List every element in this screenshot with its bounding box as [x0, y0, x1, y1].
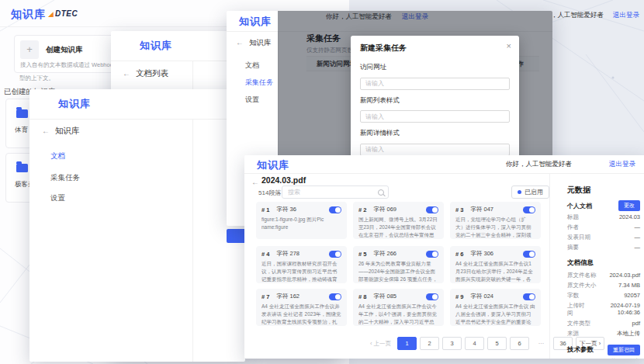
pagination-page[interactable]: 2	[420, 337, 439, 350]
filter-enabled-button[interactable]: 已启用	[511, 185, 549, 199]
field-input-list-style[interactable]	[360, 110, 510, 123]
window-doc-detail: 知识库 你好，人工智能爱好者 退出登录 ← 2024.03.pdf 514段落 …	[244, 155, 644, 359]
primary-button-partial[interactable]	[227, 229, 245, 243]
meta-value: —	[635, 244, 641, 251]
chunk-toggle[interactable]	[523, 251, 535, 258]
chunk-toggle[interactable]	[426, 251, 438, 258]
chunk-toggle[interactable]	[426, 293, 438, 300]
chunk-toggle[interactable]	[329, 293, 341, 300]
pagination-page[interactable]: 1	[397, 337, 417, 350]
docinfo-heading: 文档信息	[567, 258, 640, 268]
chunk-text: A4 全社龙江省全面振兴工作会议1月23日在哈尔滨举行，2024年是全面振兴实现…	[455, 260, 535, 282]
chunk-text: A4 全社龙江省全面振兴工作会议 由八届全会强调，要深入学习贯彻习近平总书记关于…	[455, 303, 535, 324]
meta-row: 字数92057	[567, 292, 640, 300]
meta-row: 原文件名称2024.03.pdf	[567, 272, 640, 279]
chunk-card[interactable]: # 8字符 085 A4 全社龙江省全面振兴工作会议今年工作，以4个强调，要全面…	[353, 289, 444, 326]
chunk-chars: 字符 069	[373, 206, 396, 213]
sidebar-item-collect[interactable]: 采集任务	[245, 78, 273, 88]
chunk-text: 国上新闻网、微博号上线。3月22日至23日，2024年全国宣传部长会议在北京召开…	[358, 216, 438, 237]
meta-row: 作者—	[567, 224, 640, 231]
filter-label: 已启用	[525, 188, 543, 196]
meta-label: 原文件大小	[567, 282, 597, 289]
meta-value: —	[635, 224, 641, 231]
field-label-detail-style: 新闻详情样式	[360, 129, 510, 138]
collect-back[interactable]: ←知识库	[236, 34, 272, 48]
chunk-toggle[interactable]	[523, 206, 535, 213]
collect-back-label: 知识库	[249, 38, 272, 47]
chunk-card[interactable]: # 4字符 278 近日，国家课程教材研究所召开会议，认真学习宣传贯彻习近平总书…	[256, 246, 347, 283]
recall-button[interactable]: 重新召回	[608, 345, 640, 355]
chunk-id: # 6	[455, 251, 463, 258]
chunk-toggle[interactable]	[523, 293, 535, 300]
chunk-toggle[interactable]	[329, 206, 341, 213]
field-input-url[interactable]	[360, 78, 510, 90]
pagination-page[interactable]: 3	[442, 337, 462, 350]
folder-icon	[16, 109, 28, 118]
chunk-chars: 字符 278	[276, 250, 299, 258]
search-icon	[378, 189, 384, 196]
chunk-card[interactable]: # 6字符 306 A4 全社龙江省全面振兴工作会议1月23日在哈尔滨举行，20…	[450, 246, 541, 283]
metadata-panel: 元数据 个人文档 更改 标题2024.03 作者— 发表日期— 摘要— 文档信息…	[549, 173, 644, 359]
plus-icon: +	[20, 40, 39, 59]
chunk-toggle[interactable]	[329, 251, 341, 258]
metadata-heading: 元数据	[567, 185, 640, 196]
window-kb-detail: 知识库 ←知识库 文档 采集任务 设置	[29, 89, 245, 362]
field-label-url: 访问网址	[360, 63, 510, 72]
chunk-toggle[interactable]	[426, 206, 438, 213]
chunk-chars: 字符 266	[373, 250, 396, 258]
chunk-card[interactable]: # 1字符 36 figure:1-figure-0.jpg 图片Pic nam…	[256, 202, 347, 239]
sidebar-item-docs[interactable]: 文档	[245, 61, 259, 71]
doc-logo: 知识库	[257, 158, 289, 172]
kb-back[interactable]: ←知识库	[42, 123, 80, 137]
meta-value: 2024.03	[619, 213, 640, 221]
pagination-page[interactable]: 4	[465, 337, 484, 350]
doc-header: 知识库 你好，人工智能爱好者 退出登录	[244, 155, 644, 174]
bg-app-logo: 知识库	[11, 8, 46, 22]
chunk-id: # 9	[455, 293, 463, 300]
doclist-back[interactable]: ←文档列表	[123, 65, 168, 79]
bg-logout-link[interactable]: 退出登录	[613, 11, 639, 20]
close-icon[interactable]: ×	[507, 41, 511, 50]
chunk-chars: 字符 306	[470, 250, 493, 258]
change-button[interactable]: 更改	[618, 200, 640, 211]
chunk-id: # 3	[455, 206, 463, 213]
chunk-card[interactable]: # 2字符 069 国上新闻网、微博号上线。3月22日至23日，2024年全国宣…	[353, 202, 444, 239]
sidebar-item-settings[interactable]: 设置	[50, 193, 65, 203]
kb-card-name: 体育	[15, 126, 28, 135]
meta-label: 来源	[567, 330, 579, 338]
chunk-id: # 4	[261, 251, 269, 258]
chunk-id: # 2	[358, 206, 366, 213]
sidebar-item-docs[interactable]: 文档	[50, 151, 65, 161]
pagination-ellipsis: ···	[532, 338, 550, 349]
pagination-page[interactable]: 6	[510, 337, 529, 350]
doc-logout-link[interactable]: 退出登录	[609, 160, 635, 169]
chunk-id: # 1	[261, 206, 269, 213]
sidebar-item-settings[interactable]: 设置	[245, 95, 259, 105]
chunk-text: 26 年来为公民教育事业贡献力量——2024年全国能源工作会议全面部署能源安全保…	[358, 260, 438, 282]
sidebar-item-collect[interactable]: 采集任务	[50, 173, 80, 183]
chunk-card[interactable]: # 7字符 162 A4 全社龙江省全面振兴工作会议并发表讲话 全社记者 202…	[256, 289, 347, 326]
meta-row: 文件类型pdf	[567, 320, 640, 328]
chunk-chars: 字符 162	[276, 293, 299, 300]
meta-label: 文件类型	[567, 320, 590, 328]
back-arrow-icon: ←	[42, 127, 50, 135]
meta-row: 发表日期—	[567, 234, 640, 241]
kb-header: 知识库	[29, 89, 245, 120]
field-input-detail-style[interactable]	[360, 144, 510, 156]
meta-value: 7.34 MB	[618, 282, 640, 289]
meta-label: 摘要	[567, 244, 579, 251]
doclist-logo: 知识库	[140, 39, 172, 53]
meta-value: 本地上传	[617, 330, 640, 338]
back-arrow-icon[interactable]: ←	[251, 178, 259, 186]
meta-label: 原文件名称	[567, 272, 597, 279]
chunk-text: figure:1-figure-0.jpg 图片Pic name:figure	[261, 216, 341, 237]
pagination-page[interactable]: 5	[487, 337, 507, 350]
search-input[interactable]	[282, 185, 389, 199]
chunk-card[interactable]: # 3字符 047 近日，党组理论学习中心组（扩大）进行集体学习，深入学习贯彻党…	[450, 202, 541, 239]
meta-row: 来源本地上传	[567, 330, 640, 338]
meta-row: 摘要—	[567, 244, 640, 251]
pagination-prev[interactable]: ‹ 上一页	[367, 338, 394, 349]
chunk-text: A4 全社龙江省全面振兴工作会议并发表讲话 全社记者 2023年，围绕党纪学习教…	[261, 303, 341, 324]
chunk-card[interactable]: # 9字符 024 A4 全社龙江省全面振兴工作会议 由八届全会强调，要深入学习…	[450, 289, 541, 326]
chunk-card[interactable]: # 5字符 266 26 年来为公民教育事业贡献力量——2024年全国能源工作会…	[353, 246, 444, 283]
